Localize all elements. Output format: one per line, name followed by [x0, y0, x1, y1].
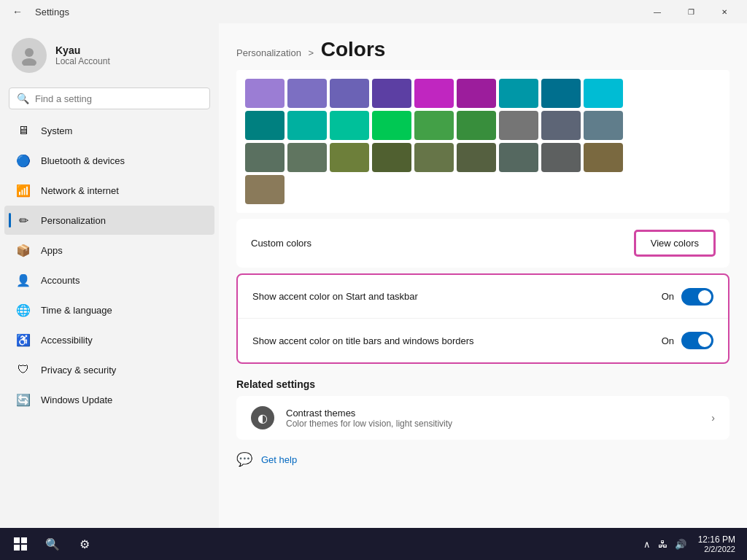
- color-swatch-5[interactable]: [457, 79, 496, 108]
- get-help-link[interactable]: 💬 Get help: [236, 443, 729, 476]
- user-profile: Kyau Local Account: [0, 29, 219, 85]
- color-swatch-24[interactable]: [499, 143, 538, 172]
- color-swatch-0[interactable]: [245, 79, 285, 108]
- chevron-right-icon: ›: [711, 412, 715, 424]
- sidebar-label-update: Windows Update: [41, 394, 112, 405]
- color-swatch-2[interactable]: [330, 79, 369, 108]
- breadcrumb: Personalization > Colors: [219, 23, 747, 70]
- sidebar-item-network[interactable]: 📶Network & internet: [4, 176, 214, 205]
- toggle-start-taskbar[interactable]: [681, 288, 713, 306]
- sidebar-label-accessibility: Accessibility: [41, 335, 93, 346]
- color-swatch-10[interactable]: [287, 111, 327, 140]
- back-button[interactable]: ←: [6, 0, 29, 23]
- app-title: Settings: [35, 7, 69, 18]
- color-swatch-27[interactable]: [245, 175, 285, 204]
- network-icon: 📶: [16, 183, 31, 198]
- custom-colors-section: Custom colors View colors: [236, 219, 729, 268]
- svg-rect-2: [14, 537, 20, 543]
- sidebar-item-apps[interactable]: 📦Apps: [4, 236, 214, 265]
- color-swatch-23[interactable]: [457, 143, 496, 172]
- color-swatch-9[interactable]: [245, 111, 285, 140]
- color-swatch-8[interactable]: [584, 79, 623, 108]
- color-swatch-18[interactable]: [245, 143, 285, 172]
- clock-time: 12:16 PM: [698, 534, 735, 545]
- color-swatch-20[interactable]: [330, 143, 369, 172]
- get-help-icon: 💬: [236, 451, 252, 467]
- view-colors-button[interactable]: View colors: [635, 230, 715, 256]
- settings-taskbar-icon: ⚙: [80, 537, 90, 551]
- maximize-button[interactable]: ❐: [674, 0, 708, 23]
- color-swatch-17[interactable]: [584, 111, 623, 140]
- accent-title-label: Show accent color on title bars and wind…: [252, 335, 474, 346]
- color-swatch-16[interactable]: [541, 111, 581, 140]
- related-item-contrast[interactable]: ◐ Contrast themes Color themes for low v…: [236, 396, 729, 440]
- title-bar-controls: — ❐ ✕: [640, 0, 741, 23]
- network-icon[interactable]: 🖧: [655, 536, 670, 553]
- personalization-icon: ✏: [16, 213, 31, 228]
- close-button[interactable]: ✕: [708, 0, 741, 23]
- color-swatch-13[interactable]: [414, 111, 454, 140]
- sidebar-label-apps: Apps: [41, 245, 63, 256]
- search-icon: 🔍: [17, 93, 29, 104]
- related-settings-title: Related settings: [236, 378, 729, 390]
- color-swatch-6[interactable]: [499, 79, 538, 108]
- title-bar-left: ← Settings: [6, 0, 69, 23]
- sidebar-item-accounts[interactable]: 👤Accounts: [4, 265, 214, 295]
- color-swatch-7[interactable]: [541, 79, 581, 108]
- chevron-up-icon[interactable]: ∧: [640, 536, 654, 553]
- color-swatch-3[interactable]: [372, 79, 411, 108]
- user-name: Kyau: [55, 44, 110, 56]
- nav-list: 🖥System🔵Bluetooth & devices📶Network & in…: [0, 115, 219, 415]
- color-swatch-22[interactable]: [414, 143, 454, 172]
- color-swatch-1[interactable]: [287, 79, 327, 108]
- sidebar-item-personalization[interactable]: ✏Personalization: [4, 206, 214, 235]
- start-button[interactable]: [6, 529, 35, 559]
- minimize-button[interactable]: —: [640, 0, 674, 23]
- svg-rect-4: [14, 545, 20, 551]
- get-help-label: Get help: [261, 454, 297, 465]
- sidebar: Kyau Local Account 🔍 🖥System🔵Bluetooth &…: [0, 23, 219, 528]
- content-inner: Custom colors View colors Show accent co…: [219, 70, 747, 494]
- toggle-title-bars[interactable]: [681, 332, 713, 349]
- color-swatch-11[interactable]: [330, 111, 369, 140]
- color-grid: [236, 70, 729, 213]
- search-input[interactable]: [35, 93, 202, 104]
- contrast-icon: ◐: [251, 406, 274, 429]
- color-swatch-19[interactable]: [287, 143, 327, 172]
- sidebar-item-privacy[interactable]: 🛡Privacy & security: [4, 355, 214, 384]
- update-icon: 🔄: [16, 392, 31, 407]
- color-swatch-15[interactable]: [499, 111, 538, 140]
- sidebar-label-time: Time & language: [41, 305, 112, 316]
- sidebar-item-system[interactable]: 🖥System: [4, 116, 214, 145]
- system-icon: 🖥: [16, 123, 31, 138]
- color-swatch-26[interactable]: [584, 143, 623, 172]
- toggle-label-start: On: [662, 291, 674, 302]
- related-text: Contrast themes Color themes for low vis…: [286, 408, 452, 429]
- sidebar-label-privacy: Privacy & security: [41, 365, 116, 376]
- sidebar-item-time[interactable]: 🌐Time & language: [4, 295, 214, 324]
- time-icon: 🌐: [16, 303, 31, 317]
- taskbar-left: 🔍 ⚙: [6, 529, 99, 559]
- sidebar-item-bluetooth[interactable]: 🔵Bluetooth & devices: [4, 146, 214, 175]
- volume-icon[interactable]: 🔊: [672, 536, 689, 553]
- color-swatch-25[interactable]: [541, 143, 581, 172]
- title-bar: ← Settings — ❐ ✕: [0, 0, 747, 23]
- related-desc: Color themes for low vision, light sensi…: [286, 419, 452, 429]
- bluetooth-icon: 🔵: [16, 153, 31, 168]
- search-taskbar-button[interactable]: 🔍: [38, 529, 67, 559]
- color-swatch-14[interactable]: [457, 111, 496, 140]
- sidebar-item-update[interactable]: 🔄Windows Update: [4, 385, 214, 414]
- taskbar-right: ∧ 🖧 🔊 12:16 PM 2/2/2022: [640, 532, 741, 556]
- color-swatch-12[interactable]: [372, 111, 411, 140]
- svg-rect-5: [21, 545, 27, 551]
- taskbar-clock[interactable]: 12:16 PM 2/2/2022: [692, 532, 741, 556]
- toggle-label-title: On: [662, 335, 674, 346]
- custom-colors-row: Custom colors View colors: [236, 219, 729, 268]
- color-swatch-4[interactable]: [414, 79, 454, 108]
- settings-taskbar-button[interactable]: ⚙: [70, 529, 99, 559]
- color-swatch-21[interactable]: [372, 143, 411, 172]
- related-name: Contrast themes: [286, 408, 452, 419]
- search-box[interactable]: 🔍: [9, 88, 210, 109]
- sidebar-label-network: Network & internet: [41, 185, 119, 196]
- sidebar-item-accessibility[interactable]: ♿Accessibility: [4, 325, 214, 354]
